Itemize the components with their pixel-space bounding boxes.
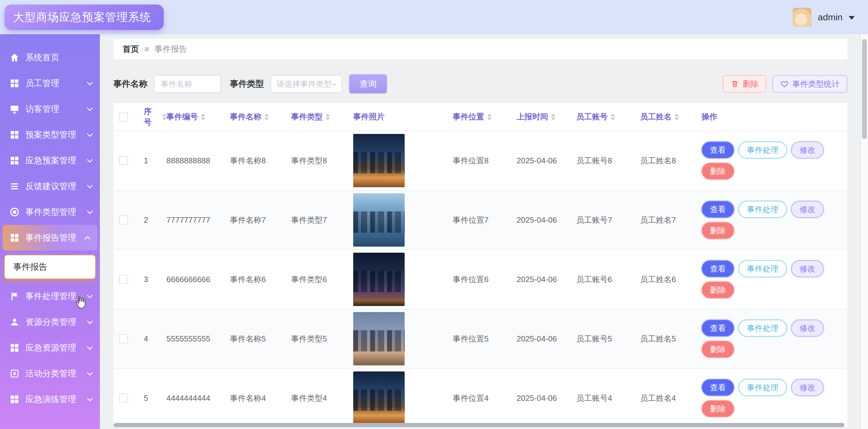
column-header-事件类型[interactable]: 事件类型	[291, 103, 353, 131]
sidebar-item-应急预案管理[interactable]: 应急预案管理	[0, 147, 100, 173]
sort-icons[interactable]	[265, 114, 269, 120]
event-photo[interactable]	[353, 134, 405, 187]
sidebar-item-label: 事件报告管理	[25, 232, 85, 244]
trash-icon	[731, 80, 739, 88]
process-button[interactable]: 事件处理	[739, 142, 787, 159]
edit-button[interactable]: 修改	[791, 142, 824, 159]
cell-event-type: 事件类型5	[291, 309, 353, 368]
sort-icons[interactable]	[201, 114, 205, 120]
view-button[interactable]: 查看	[702, 260, 734, 277]
process-button[interactable]: 事件处理	[739, 201, 787, 218]
search-button[interactable]: 查询	[349, 75, 387, 93]
sidebar-item-员工管理[interactable]: 员工管理	[0, 70, 100, 96]
sidebar-item-事件类型管理[interactable]: 事件类型管理	[0, 199, 100, 225]
event-photo[interactable]	[353, 371, 405, 425]
grid-icon	[9, 342, 20, 353]
event-photo[interactable]	[353, 312, 405, 365]
select-all-checkbox[interactable]	[119, 112, 128, 121]
process-button[interactable]: 事件处理	[739, 379, 787, 396]
table-row: 45555555555事件名称5事件类型5事件位置52025-04-06员工账号…	[114, 309, 847, 368]
vertical-scrollbar-thumb[interactable]	[862, 39, 867, 139]
column-header-序号[interactable]: 序号	[141, 103, 166, 131]
sidebar-item-事件处理管理[interactable]: 事件处理管理	[0, 283, 100, 309]
cell-event-code: 4444444444	[166, 368, 230, 428]
view-button[interactable]: 查看	[702, 320, 734, 337]
sort-icons[interactable]	[611, 114, 615, 120]
sort-icons[interactable]	[487, 114, 492, 120]
delete-button[interactable]: 删除	[702, 400, 734, 417]
column-header-事件名称[interactable]: 事件名称	[230, 103, 291, 131]
delete-button[interactable]: 删除	[702, 341, 734, 358]
delete-button[interactable]: 删除	[702, 282, 734, 298]
edit-button[interactable]: 修改	[791, 320, 824, 337]
event-photo[interactable]	[353, 193, 405, 247]
event-name-input[interactable]	[154, 75, 221, 93]
process-button[interactable]: 事件处理	[739, 260, 787, 277]
row-checkbox[interactable]	[119, 394, 128, 403]
delete-button[interactable]: 删除	[702, 222, 734, 239]
cell-event-location: 事件位置8	[453, 131, 517, 190]
row-checkbox[interactable]	[119, 216, 128, 225]
sidebar-item-资源分类管理[interactable]: 资源分类管理	[0, 309, 100, 335]
heart-icon	[780, 80, 789, 88]
event-photo[interactable]	[353, 253, 405, 306]
sort-icons[interactable]	[551, 114, 555, 120]
process-button[interactable]: 事件处理	[739, 320, 787, 337]
home-icon	[9, 52, 20, 63]
view-button[interactable]: 查看	[702, 379, 734, 396]
row-checkbox[interactable]	[119, 275, 128, 284]
cell-event-code: 8888888888	[166, 131, 230, 190]
bulk-delete-button[interactable]: 删除	[723, 75, 766, 93]
column-header-员工姓名[interactable]: 员工姓名	[640, 103, 702, 131]
sort-icons[interactable]	[162, 114, 166, 120]
breadcrumb: 首页 ≡ 事件报告	[114, 39, 847, 59]
sidebar-item-label: 反馈建议管理	[25, 180, 88, 192]
chevron-down-icon	[87, 344, 93, 350]
edit-button[interactable]: 修改	[791, 379, 824, 396]
edit-button[interactable]: 修改	[791, 201, 824, 218]
sidebar-item-事件报告管理[interactable]: 事件报告管理	[2, 225, 97, 251]
cell-report-time: 2025-04-06	[517, 250, 576, 309]
column-header-事件编号[interactable]: 事件编号	[166, 103, 230, 131]
sidebar-item-label: 事件处理管理	[25, 290, 88, 302]
sidebar-item-活动分类管理[interactable]: 活动分类管理	[0, 361, 100, 386]
sidebar-item-label: 系统首页	[25, 52, 92, 63]
cell-event-name: 事件名称6	[230, 250, 291, 309]
user-avatar[interactable]	[792, 7, 812, 27]
sidebar-item-应急演练管理[interactable]: 应急演练管理	[0, 386, 100, 412]
view-button[interactable]: 查看	[702, 201, 734, 218]
event-type-select[interactable]: 请选择事件类型	[271, 75, 342, 93]
row-actions: 查看事件处理修改删除	[702, 137, 841, 184]
horizontal-scrollbar-thumb[interactable]	[114, 423, 844, 427]
sidebar-item-预案类型管理[interactable]: 预案类型管理	[0, 122, 100, 147]
sidebar-item-系统首页[interactable]: 系统首页	[0, 45, 100, 70]
row-checkbox[interactable]	[119, 156, 128, 165]
sort-icons[interactable]	[326, 114, 330, 120]
main-content: 首页 ≡ 事件报告 事件名称 事件类型 请选择事件类型 查询 删除 事件类型统计	[100, 34, 860, 429]
app-title: 大型商场应急预案管理系统	[4, 4, 164, 30]
delete-button[interactable]: 删除	[702, 163, 734, 180]
breadcrumb-separator-icon: ≡	[144, 45, 149, 54]
event-type-stats-button[interactable]: 事件类型统计	[772, 75, 847, 93]
column-header-员工账号[interactable]: 员工账号	[576, 103, 640, 131]
edit-button[interactable]: 修改	[791, 260, 824, 277]
breadcrumb-home[interactable]: 首页	[123, 44, 139, 55]
user-menu[interactable]: admin	[792, 7, 855, 27]
photo-buildings	[353, 271, 405, 292]
cell-event-type: 事件类型8	[291, 131, 353, 190]
sidebar-item-访客管理[interactable]: 访客管理	[0, 96, 100, 122]
cell-staff-name: 员工姓名4	[640, 368, 702, 428]
event-name-label: 事件名称	[114, 78, 147, 90]
sidebar-item-反馈建议管理[interactable]: 反馈建议管理	[0, 173, 100, 199]
sidebar-item-应急资源管理[interactable]: 应急资源管理	[0, 335, 100, 361]
column-header-事件位置[interactable]: 事件位置	[453, 103, 517, 131]
view-button[interactable]: 查看	[702, 142, 734, 159]
row-checkbox[interactable]	[119, 334, 128, 343]
sort-icons[interactable]	[675, 114, 679, 120]
bulk-delete-label: 删除	[743, 79, 758, 89]
column-header-上报时间[interactable]: 上报时间	[517, 103, 576, 131]
sidebar-subitem-事件报告[interactable]: 事件报告	[4, 255, 96, 279]
vertical-scrollbar[interactable]	[860, 34, 868, 429]
cell-event-type: 事件类型6	[291, 250, 353, 309]
table-row: 54444444444事件名称4事件类型4事件位置42025-04-06员工账号…	[114, 368, 847, 428]
